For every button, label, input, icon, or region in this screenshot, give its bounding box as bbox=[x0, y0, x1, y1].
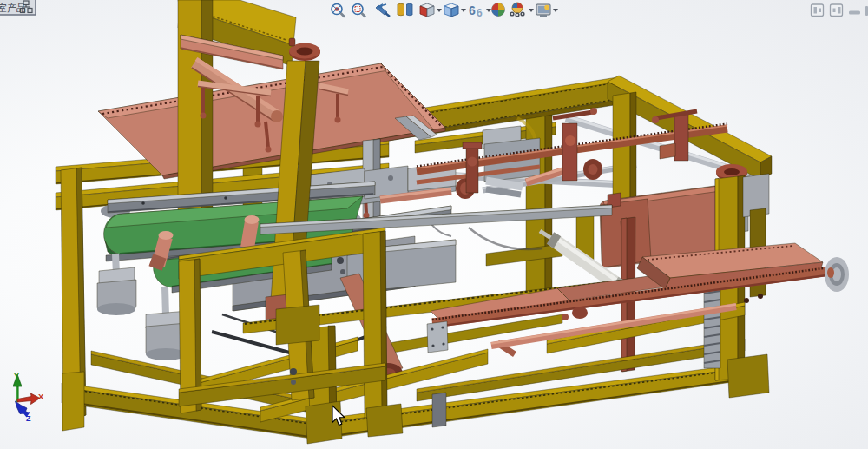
svg-text:Z: Z bbox=[26, 414, 31, 423]
svg-text:X: X bbox=[38, 392, 44, 401]
svg-text:6: 6 bbox=[469, 3, 476, 17]
svg-text:Y: Y bbox=[14, 372, 19, 380]
svg-text:6: 6 bbox=[477, 7, 483, 19]
